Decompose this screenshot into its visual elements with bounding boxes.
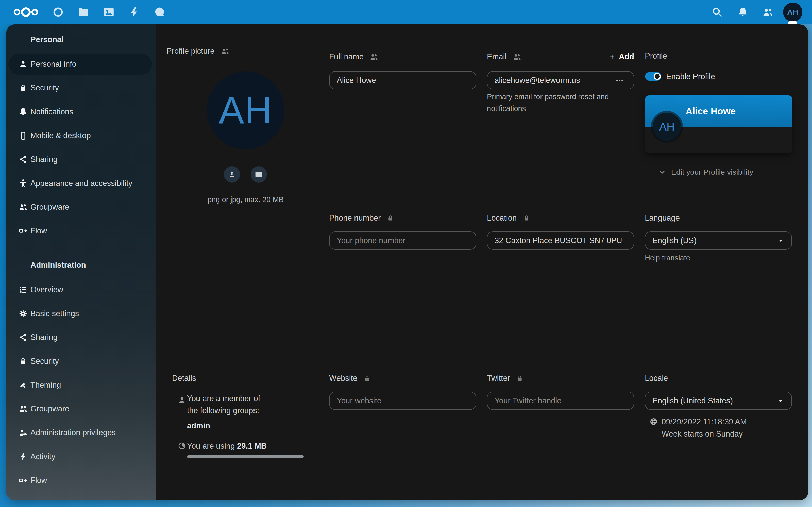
group-icon — [18, 203, 28, 212]
scope-lock-icon[interactable] — [387, 215, 394, 222]
website-input[interactable] — [329, 392, 476, 410]
language-select[interactable]: English (US) — [645, 231, 792, 250]
lock-icon — [18, 357, 28, 366]
sidebar-item-admin-groupware[interactable]: Groupware — [8, 398, 152, 419]
phone-label: Phone number — [329, 213, 394, 224]
sidebar-item-basic-settings[interactable]: Basic settings — [8, 303, 152, 324]
full-name-input[interactable] — [329, 71, 476, 90]
profile-card-name: Alice Howe — [686, 106, 735, 117]
sidebar-item-personal-info[interactable]: Personal info — [8, 54, 152, 74]
account-icon — [18, 60, 28, 69]
language-selected-value: English (US) — [652, 236, 697, 245]
upload-icon — [227, 170, 236, 179]
sidebar-item-label: Groupware — [31, 203, 69, 212]
avatar-initials: AH — [787, 8, 798, 16]
photos-icon[interactable] — [103, 6, 115, 18]
locale-label: Locale — [645, 373, 668, 384]
sidebar-item-label: Flow — [31, 226, 47, 235]
phone-input[interactable] — [329, 231, 476, 250]
help-translate-link[interactable]: Help translate — [645, 252, 690, 264]
share-icon — [18, 333, 28, 342]
sidebar-item-label: Mobile & desktop — [31, 131, 91, 140]
locale-week-note: Week starts on Sunday — [662, 428, 743, 440]
location-label: Location — [487, 213, 530, 224]
scope-lock-icon[interactable] — [516, 375, 523, 382]
sidebar-item-flow[interactable]: Flow — [8, 221, 152, 241]
gear-icon — [18, 309, 28, 318]
overview-list-icon — [18, 285, 28, 294]
activity-bolt-icon[interactable] — [128, 6, 140, 18]
files-folder-icon[interactable] — [78, 6, 90, 18]
scope-lock-icon[interactable] — [363, 375, 371, 382]
twitter-input[interactable] — [487, 392, 634, 410]
locale-select[interactable]: English (United States) — [645, 392, 792, 410]
sidebar-item-overview[interactable]: Overview — [8, 279, 152, 300]
sidebar-item-admin-security[interactable]: Security — [8, 351, 152, 372]
plus-icon — [608, 53, 616, 61]
locale-selected-value: English (United States) — [652, 396, 733, 405]
email-helper-text: Primary email for password reset and not… — [487, 91, 629, 115]
bell-icon — [18, 107, 28, 116]
upload-avatar-button[interactable] — [224, 166, 240, 182]
nextcloud-logo-icon[interactable] — [13, 6, 39, 19]
location-input[interactable] — [487, 231, 634, 250]
phone-icon — [18, 131, 28, 140]
email-actions-menu-icon[interactable] — [615, 75, 624, 85]
sidebar-item-appearance-accessibility[interactable]: Appearance and accessibility — [8, 173, 152, 194]
sidebar-item-activity[interactable]: Activity — [8, 446, 152, 467]
language-label: Language — [645, 213, 680, 224]
member-person-icon — [177, 396, 186, 405]
sidebar-item-groupware[interactable]: Groupware — [8, 197, 152, 218]
sidebar-item-label: Theming — [31, 381, 61, 390]
sidebar-item-theming[interactable]: Theming — [8, 375, 152, 395]
lock-icon — [18, 83, 28, 93]
sidebar-item-admin-flow[interactable]: Flow — [8, 470, 152, 491]
flow-icon — [18, 476, 28, 485]
sidebar-heading-administration: Administration — [31, 261, 145, 270]
sidebar-item-notifications[interactable]: Notifications — [8, 101, 152, 122]
choose-avatar-from-files-button[interactable] — [251, 166, 267, 182]
scope-contacts-icon[interactable] — [370, 52, 378, 61]
talk-bubble-icon[interactable] — [154, 6, 166, 18]
sidebar-item-label: Administration privileges — [31, 428, 116, 437]
sidebar-item-talk[interactable]: Talk — [8, 494, 152, 500]
quota-icon — [177, 442, 186, 450]
talk-bubble-icon — [18, 500, 28, 500]
sidebar-item-label: Personal info — [31, 60, 77, 69]
paint-roller-icon — [18, 381, 28, 390]
folder-icon — [255, 170, 263, 179]
notifications-bell-icon[interactable] — [737, 7, 748, 18]
scope-contacts-icon[interactable] — [513, 52, 521, 61]
profile-card-avatar: AH — [653, 113, 681, 141]
email-input[interactable] — [487, 71, 634, 90]
twitter-label: Twitter — [487, 373, 523, 384]
caret-down-icon — [777, 237, 784, 244]
user-avatar-menu[interactable]: AH — [783, 3, 802, 22]
scope-lock-icon[interactable] — [523, 215, 530, 222]
sidebar-item-label: Sharing — [31, 155, 58, 164]
sidebar-item-sharing[interactable]: Sharing — [8, 149, 152, 170]
sidebar-item-label: Flow — [31, 476, 47, 485]
search-icon[interactable] — [712, 7, 723, 18]
sidebar-item-admin-sharing[interactable]: Sharing — [8, 327, 152, 348]
group-membership-text: You are a member of the following groups… — [187, 392, 271, 417]
group-icon — [18, 404, 28, 413]
contacts-icon[interactable] — [762, 7, 773, 18]
sidebar-item-label: Sharing — [31, 333, 58, 342]
sidebar-item-administration-privileges[interactable]: Administration privileges — [8, 422, 152, 443]
enable-profile-toggle[interactable] — [645, 72, 661, 80]
sidebar-item-label: Overview — [31, 285, 63, 294]
sidebar-item-mobile-desktop[interactable]: Mobile & desktop — [8, 125, 152, 146]
profile-preview-card[interactable]: AH Alice Howe — [645, 95, 793, 153]
sidebar-item-security[interactable]: Security — [8, 77, 152, 98]
toggle-knob — [654, 73, 661, 80]
avatar-hint: png or jpg, max. 20 MB — [207, 194, 285, 206]
dashboard-icon[interactable] — [52, 6, 64, 18]
top-header-bar: AH — [0, 0, 812, 24]
avatar-initials: AH — [659, 120, 674, 133]
edit-profile-visibility-link[interactable]: Edit your Profile visibility — [658, 168, 753, 176]
quota-value: 29.1 MB — [237, 442, 267, 450]
sidebar-item-label: Notifications — [31, 107, 73, 116]
scope-contacts-icon[interactable] — [221, 47, 230, 56]
add-email-button[interactable]: Add — [608, 52, 634, 61]
